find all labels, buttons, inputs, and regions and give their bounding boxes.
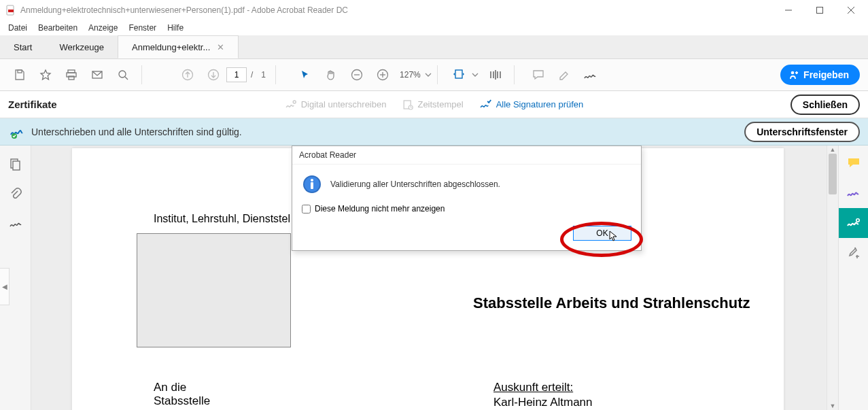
page-separator: / [251,70,253,80]
menu-edit[interactable]: Bearbeiten [33,22,83,34]
pointer-icon[interactable] [294,63,317,86]
svg-rect-23 [497,71,498,78]
mail-icon[interactable] [86,63,109,86]
tab-document[interactable]: Anmeldung+elektr... ✕ [118,35,239,58]
certificates-tool-icon[interactable] [839,208,868,238]
scrollbar-thumb[interactable] [829,154,837,194]
share-label: Freigeben [803,69,849,80]
main-toolbar: / 1 127% Freigeben [0,59,868,91]
fit-width-icon[interactable] [447,63,470,86]
right-rail [838,146,868,410]
dialog-title: Acrobat Reader [292,146,641,165]
validation-dialog: Acrobat Reader Validierung aller Untersc… [292,146,642,251]
scroll-up-icon[interactable]: ▲ [827,146,838,154]
doc-image-placeholder [137,233,291,347]
dialog-dont-show-checkbox[interactable] [302,205,311,213]
document-view[interactable]: Institut, Lehrstuhl, Dienststel Stabsste… [31,146,838,410]
star-icon[interactable] [34,63,57,86]
window-controls [773,0,867,20]
cert-sign[interactable]: Digital unterschreiben [285,99,387,110]
svg-point-11 [119,71,126,78]
tab-tools[interactable]: Werkzeuge [46,35,118,58]
chevron-down-icon[interactable] [425,71,432,78]
hand-icon[interactable] [319,63,343,86]
signature-status-bar: Unterschrieben und alle Unterschriften s… [0,118,868,146]
signature-status-text: Unterschrieben und alle Unterschriften s… [31,126,242,137]
menu-bar: Datei Bearbeiten Anzeige Fenster Hilfe [0,20,868,35]
vertical-scrollbar[interactable]: ▲ ▼ [827,146,838,410]
toolbar-separator [275,65,276,84]
tab-close-icon[interactable]: ✕ [217,42,224,52]
close-button[interactable] [835,0,867,20]
attachments-icon[interactable] [10,188,22,201]
fill-sign-icon[interactable] [839,178,868,208]
cert-sign-label: Digital unterschreiben [301,99,387,109]
svg-rect-24 [500,71,501,78]
svg-point-29 [293,101,296,103]
cert-timestamp-label: Zeitstempel [417,99,463,109]
expand-panel-handle[interactable]: ◀ [0,268,10,305]
search-icon[interactable] [111,63,135,86]
comment-icon[interactable] [527,63,550,86]
title-bar: Anmeldung+elektrotechnisch+unterwiesener… [0,0,868,20]
cert-verify-all[interactable]: Alle Signaturen prüfen [480,99,584,110]
info-icon [302,174,322,194]
doc-info-label: Auskunft erteilt: [493,381,573,394]
toolbar-separator [514,65,515,84]
menu-help[interactable]: Hilfe [162,22,189,34]
signature-panel
-button-label: Unterschriftsfenster [757,126,848,137]
zoom-in-icon[interactable] [371,63,394,86]
toolbar-separator [437,65,438,84]
page-number-input[interactable] [226,67,247,82]
thumbnails-icon[interactable] [9,158,22,171]
dialog-ok-button[interactable]: OK [573,226,631,241]
svg-point-39 [856,219,858,222]
svg-line-12 [125,77,128,80]
svg-rect-6 [18,70,22,73]
document-tabs: Start Werkzeuge Anmeldung+elektr... ✕ [0,35,868,59]
page-down-icon[interactable] [202,63,225,86]
maximize-button[interactable] [804,0,835,20]
tab-tools-label: Werkzeuge [59,42,104,52]
highlight-icon[interactable] [553,63,576,86]
svg-rect-25 [495,70,496,80]
dialog-checkbox-label: Diese Meldung nicht mehr anzeigen [315,204,445,213]
toolbar-separator [141,65,142,84]
zoom-level[interactable]: 127% [396,70,425,80]
tab-start[interactable]: Start [0,35,46,58]
certificate-title: Zertifikate [8,99,57,110]
print-icon[interactable] [60,63,83,86]
certificate-toolbar: Zertifikate Digital unterschreiben Zeits… [0,91,868,118]
page-up-icon[interactable] [176,63,199,86]
tab-start-label: Start [14,42,32,52]
signatures-panel-icon[interactable] [9,218,22,230]
save-icon[interactable] [8,63,31,86]
menu-file[interactable]: Datei [3,22,33,34]
cert-timestamp[interactable]: Zeitstempel [402,99,463,110]
menu-window[interactable]: Fenster [123,22,162,34]
window-title: Anmeldung+elektrotechnisch+unterwiesener… [20,5,773,15]
comment-panel-icon[interactable] [839,148,868,178]
page-total: 1 [261,70,266,80]
menu-view[interactable]: Anzeige [83,22,123,34]
cert-close-button[interactable]: Schließen [791,95,860,115]
left-rail: ◀ [0,146,31,410]
scroll-down-icon[interactable]: ▼ [827,402,838,410]
signature-panel-button[interactable]: Unterschriftsfenster [744,122,860,142]
page-display-icon[interactable] [484,63,507,86]
more-tools-icon[interactable] [839,238,868,268]
cert-close-label: Schließen [803,99,848,110]
zoom-out-icon[interactable] [345,63,368,86]
chevron-down-icon[interactable] [472,71,479,78]
doc-to-line1: An die [154,381,186,394]
mouse-cursor-icon [609,230,619,241]
doc-info-name: Karl-Heinz Altmann [493,396,593,409]
signature-icon[interactable] [578,63,602,86]
minimize-button[interactable] [773,0,804,20]
svg-point-26 [791,71,795,75]
doc-recipient: An die Stabsstelle [154,381,210,408]
svg-point-37 [311,179,313,182]
share-button[interactable]: Freigeben [780,65,860,85]
doc-line-institut: Institut, Lehrstuhl, Dienststel [154,213,290,225]
svg-rect-1 [8,10,14,12]
